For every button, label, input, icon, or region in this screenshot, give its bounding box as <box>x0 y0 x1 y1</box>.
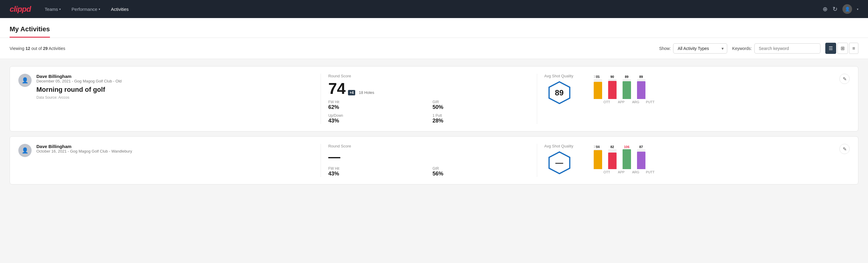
bar-fill-arg-2 <box>623 149 631 169</box>
bar-value-arg-2: 106 <box>624 145 629 149</box>
bar-fill-putt <box>637 81 645 99</box>
edit-button[interactable]: ✎ <box>839 144 850 154</box>
score-row: 74 +4 18 Holes <box>328 81 529 96</box>
bar-label-arg: ARG <box>631 100 640 104</box>
player-name: Dave Billingham <box>36 144 313 149</box>
bar-col-arg-2: 106 <box>623 145 631 169</box>
bar-labels-2: OTT APP ARG PUTT <box>594 170 839 174</box>
bar-fill-app <box>608 81 617 99</box>
bar-label-putt: PUTT <box>646 100 654 104</box>
search-input[interactable] <box>754 43 820 54</box>
quality-hexagon: 89 <box>548 81 571 105</box>
bar-bg-app-2 <box>608 149 617 169</box>
date-location: October 16, 2021 - Gog Magog Golf Club -… <box>36 149 313 153</box>
view-list-detail-button[interactable]: ≡ <box>849 43 858 54</box>
quality-hexagon: — <box>548 151 571 175</box>
card-left: 👤 Dave Billingham October 16, 2021 - Gog… <box>18 144 313 157</box>
avatar: 👤 <box>18 144 32 157</box>
viewing-total: 29 <box>43 46 48 51</box>
filter-bar: Viewing 12 out of 29 Activities Show: Al… <box>0 38 868 59</box>
keywords-label: Keywords: <box>732 46 752 51</box>
nav-item-teams[interactable]: Teams ▾ <box>40 4 65 14</box>
bar-value-putt-2: 87 <box>639 145 643 149</box>
updown-label: Up/Down <box>328 113 425 118</box>
view-list-dense-button[interactable]: ☰ <box>825 43 836 54</box>
bar-bg-app <box>608 79 617 99</box>
bar-bg-ott-2 <box>594 149 602 169</box>
score-badge: +4 <box>348 90 355 95</box>
avatar-chevron-icon[interactable]: ▾ <box>857 7 858 11</box>
avatar-icon: 👤 <box>22 147 28 154</box>
activity-type-select[interactable]: All Activity Types <box>673 43 727 54</box>
fw-hit-stat: FW Hit 43% <box>328 167 425 177</box>
bar-col-app-2: 82 <box>608 145 617 169</box>
divider <box>320 74 321 124</box>
nav-label-activities: Activities <box>111 7 129 12</box>
avatar[interactable]: 👤 <box>842 4 852 14</box>
viewing-count: 12 <box>26 46 30 51</box>
bar-bg-arg-2 <box>623 149 631 169</box>
card-edit: ✎ <box>839 144 850 154</box>
bar-label-ott-2: OTT <box>603 170 611 174</box>
bar-fill-putt-2 <box>637 152 645 169</box>
bar-bg-putt-2 <box>637 149 645 169</box>
bar-bg-ott <box>594 79 602 99</box>
bar-fill-ott <box>594 82 602 99</box>
fw-hit-stat: FW Hit 62% <box>328 100 425 111</box>
nav-label-performance: Performance <box>71 7 97 12</box>
y-axis-top-2: 100 <box>594 145 599 148</box>
bar-label-putt-2: PUTT <box>646 170 654 174</box>
bar-col-putt: 89 <box>637 75 645 99</box>
data-source: Data Source: Arccos <box>36 95 313 99</box>
score-value: — <box>328 151 340 163</box>
app-logo[interactable]: clippd <box>10 4 31 14</box>
view-toggles: ☰ ⊞ ≡ <box>825 43 858 54</box>
show-label: Show: <box>659 46 671 51</box>
view-grid-button[interactable]: ⊞ <box>837 43 848 54</box>
score-value: 74 <box>328 81 346 96</box>
bar-label-app: APP <box>617 100 626 104</box>
round-score-label: Round Score <box>328 144 529 148</box>
quality-hexagon-wrapper: — <box>545 151 575 175</box>
fw-hit-value: 43% <box>328 171 425 177</box>
bar-bg-arg <box>623 79 631 99</box>
card-info: Dave Billingham December 05, 2021 - Gog … <box>36 74 313 99</box>
bar-value-putt: 89 <box>639 75 643 79</box>
nav-item-performance[interactable]: Performance ▾ <box>67 4 104 14</box>
nav-item-activities[interactable]: Activities <box>107 4 133 14</box>
quality-hexagon-wrapper: 89 <box>545 81 575 105</box>
bar-chart-area: 100 50 0 94 82 <box>585 145 839 174</box>
edit-button[interactable]: ✎ <box>839 74 850 84</box>
card-stats: Round Score — FW Hit 43% GIR 56% <box>328 144 529 177</box>
card-left: 👤 Dave Billingham December 05, 2021 - Go… <box>18 74 313 99</box>
round-score-label: Round Score <box>328 74 529 78</box>
page-header: My Activities <box>0 18 868 38</box>
page-title: My Activities <box>10 18 50 38</box>
gir-stat: GIR 56% <box>433 167 530 177</box>
bar-bg-putt <box>637 79 645 99</box>
bar-value-arg: 89 <box>625 75 628 79</box>
stats-grid: FW Hit 43% GIR 56% <box>328 167 529 177</box>
stats-grid: FW Hit 62% GIR 50% Up/Down 43% 1 Putt 28… <box>328 100 529 124</box>
bar-label-ott: OTT <box>603 100 611 104</box>
quality-score: 89 <box>555 88 564 97</box>
add-circle-icon[interactable]: ⊕ <box>823 5 828 12</box>
gir-label: GIR <box>433 167 530 171</box>
chevron-down-icon: ▾ <box>99 7 100 11</box>
refresh-icon[interactable]: ↻ <box>833 5 838 12</box>
avatar-icon: 👤 <box>22 77 28 84</box>
bar-label-app-2: APP <box>617 170 626 174</box>
card-stats: Round Score 74 +4 18 Holes FW Hit 62% GI… <box>328 74 529 124</box>
bar-value-app-2: 82 <box>610 145 614 149</box>
nav-right: ⊕ ↻ 👤 ▾ <box>823 4 858 14</box>
gir-label: GIR <box>433 100 530 104</box>
avatar: 👤 <box>18 74 32 87</box>
updown-value: 43% <box>328 118 425 124</box>
keywords-filter: Keywords: <box>732 43 820 54</box>
viewing-text: Viewing 12 out of 29 Activities <box>10 46 654 51</box>
bar-col-app: 90 <box>608 75 617 99</box>
y-axis-top: 100 <box>594 75 599 78</box>
updown-stat: Up/Down 43% <box>328 113 425 124</box>
bar-label-arg-2: ARG <box>631 170 640 174</box>
viewing-suffix: Activities <box>48 46 65 51</box>
